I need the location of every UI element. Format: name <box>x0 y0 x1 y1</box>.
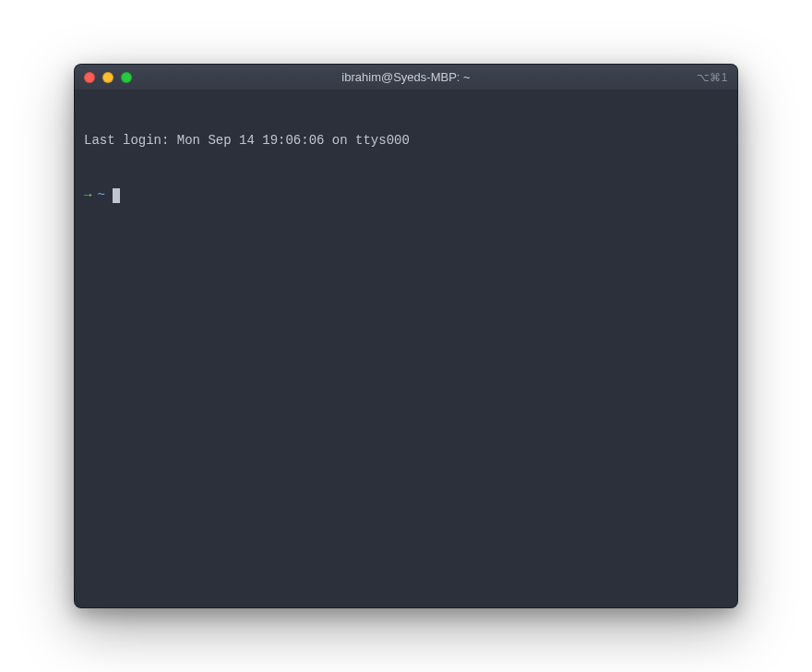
prompt-path: ~ <box>97 186 104 205</box>
maximize-button[interactable] <box>121 72 132 83</box>
prompt-arrow-icon: → <box>84 186 91 205</box>
minimize-button[interactable] <box>102 72 113 83</box>
last-login-line: Last login: Mon Sep 14 19:06:06 on ttys0… <box>84 132 728 150</box>
prompt-line: → ~ <box>84 186 728 205</box>
shortcut-hint: ⌥⌘1 <box>697 71 728 84</box>
window-title: ibrahim@Syeds-MBP: ~ <box>75 70 737 84</box>
terminal-body[interactable]: Last login: Mon Sep 14 19:06:06 on ttys0… <box>75 90 737 607</box>
titlebar[interactable]: ibrahim@Syeds-MBP: ~ ⌥⌘1 <box>75 65 737 90</box>
traffic-lights <box>84 72 132 83</box>
terminal-window: ibrahim@Syeds-MBP: ~ ⌥⌘1 Last login: Mon… <box>74 64 738 608</box>
close-button[interactable] <box>84 72 95 83</box>
cursor <box>113 188 120 203</box>
